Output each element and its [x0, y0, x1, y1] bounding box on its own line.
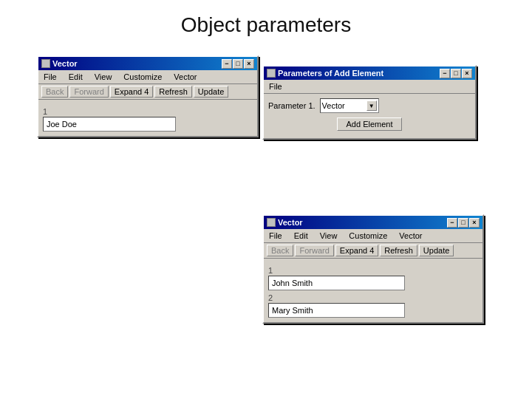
- menubar-vector2: File Edit View Customize Vector: [264, 229, 482, 243]
- expand-btn-1[interactable]: Expand 4: [110, 86, 153, 98]
- maximize-btn-params[interactable]: □: [451, 69, 461, 78]
- menu-vector-1[interactable]: Vector: [171, 72, 199, 82]
- john-smith-field[interactable]: [268, 276, 405, 290]
- menubar-params: File: [264, 80, 475, 94]
- menu-file-params[interactable]: File: [267, 81, 284, 92]
- back-btn-2[interactable]: Back: [267, 245, 293, 256]
- update-btn-1[interactable]: Update: [194, 86, 228, 98]
- add-element-button[interactable]: Add Element: [337, 117, 403, 131]
- titlebar-label-vector2: Vector: [278, 218, 303, 227]
- menu-view-2[interactable]: View: [318, 231, 340, 241]
- vector-dropdown[interactable]: Vector ▼: [320, 98, 379, 113]
- content-vector2: 1 2: [264, 259, 482, 322]
- titlebar-vector2: Vector − □ ×: [264, 216, 482, 229]
- window-icon-vector2: [267, 218, 276, 227]
- refresh-btn-2[interactable]: Refresh: [380, 245, 417, 256]
- toolbar-vector1: Back Forward Expand 4 Refresh Update: [38, 84, 257, 100]
- close-btn-params[interactable]: ×: [462, 69, 472, 78]
- menu-file-1[interactable]: File: [41, 72, 59, 82]
- update-btn-2[interactable]: Update: [419, 245, 454, 256]
- window-icon-vector1: [41, 59, 50, 68]
- content-vector1: 1: [38, 100, 257, 136]
- menubar-vector1: File Edit View Customize Vector: [38, 70, 257, 84]
- titlebar-params: Parameters of Add Element − □ ×: [264, 66, 475, 80]
- menu-edit-2[interactable]: Edit: [292, 231, 310, 241]
- forward-btn-1[interactable]: Forward: [69, 86, 108, 98]
- params-window: Parameters of Add Element − □ × File Par…: [262, 65, 477, 140]
- page-title: Object parameters: [0, 0, 532, 47]
- expand-btn-2[interactable]: Expand 4: [335, 245, 378, 256]
- row-label-2a: 1: [268, 266, 478, 275]
- menu-customize-1[interactable]: Customize: [121, 72, 164, 82]
- maximize-btn-vector1[interactable]: □: [233, 59, 243, 69]
- back-btn-1[interactable]: Back: [41, 86, 68, 98]
- minimize-btn-params[interactable]: −: [440, 69, 450, 78]
- titlebar-vector1: Vector − □ ×: [38, 57, 257, 70]
- close-btn-vector1[interactable]: ×: [244, 59, 254, 69]
- forward-btn-2[interactable]: Forward: [295, 245, 333, 256]
- dropdown-arrow-icon[interactable]: ▼: [366, 100, 377, 111]
- vector-window-2: Vector − □ × File Edit View Customize Ve…: [262, 214, 484, 324]
- refresh-btn-1[interactable]: Refresh: [154, 86, 192, 98]
- param-label-1: Parameter 1.: [268, 101, 316, 110]
- param-row-1: Parameter 1. Vector ▼: [268, 98, 471, 113]
- toolbar-vector2: Back Forward Expand 4 Refresh Update: [264, 243, 482, 259]
- window-icon-params: [267, 69, 276, 78]
- titlebar-label-vector1: Vector: [52, 59, 78, 68]
- menu-edit-1[interactable]: Edit: [66, 72, 85, 82]
- vector-window-1: Vector − □ × File Edit View Customize Ve…: [37, 55, 259, 137]
- joe-doe-field[interactable]: [43, 117, 176, 132]
- maximize-btn-vector2[interactable]: □: [458, 218, 468, 228]
- menu-file-2[interactable]: File: [267, 231, 284, 241]
- minimize-btn-vector2[interactable]: −: [447, 218, 457, 228]
- row-label-1: 1: [43, 107, 253, 116]
- dropdown-value: Vector: [322, 101, 345, 110]
- mary-smith-field[interactable]: [268, 303, 405, 318]
- menu-view-1[interactable]: View: [92, 72, 115, 82]
- menu-customize-2[interactable]: Customize: [347, 231, 389, 241]
- titlebar-label-params: Parameters of Add Element: [278, 69, 383, 78]
- menu-vector-2[interactable]: Vector: [397, 231, 424, 241]
- row-label-2b: 2: [268, 293, 478, 302]
- close-btn-vector2[interactable]: ×: [469, 218, 480, 228]
- content-params: Parameter 1. Vector ▼ Add Element: [264, 94, 475, 138]
- minimize-btn-vector1[interactable]: −: [222, 59, 232, 69]
